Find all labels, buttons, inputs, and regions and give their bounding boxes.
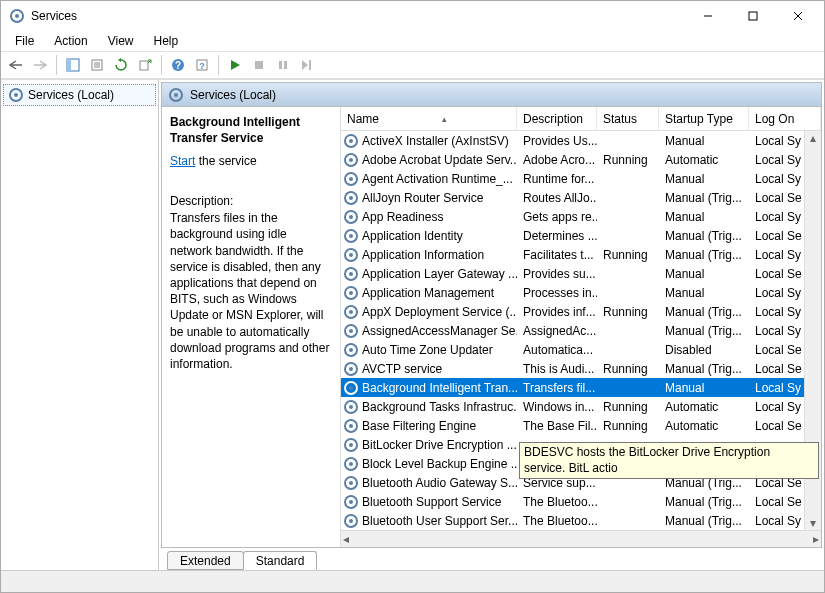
svg-point-36 <box>349 234 353 238</box>
column-header-logon[interactable]: Log On <box>749 107 821 130</box>
tree-root-item[interactable]: Services (Local) <box>3 84 156 106</box>
gear-icon <box>343 361 359 377</box>
cell-name: Base Filtering Engine <box>362 419 476 433</box>
refresh-button[interactable] <box>110 54 132 76</box>
properties-button[interactable] <box>86 54 108 76</box>
close-button[interactable] <box>775 2 820 31</box>
help-topic-button[interactable]: ? <box>191 54 213 76</box>
gear-icon <box>343 285 359 301</box>
minimize-button[interactable] <box>685 2 730 31</box>
table-row[interactable]: Base Filtering EngineThe Base Fil...Runn… <box>341 416 821 435</box>
back-button[interactable] <box>5 54 27 76</box>
table-row[interactable]: AppX Deployment Service (...Provides inf… <box>341 302 821 321</box>
separator <box>161 55 162 75</box>
cell-startup: Manual <box>659 381 749 395</box>
maximize-button[interactable] <box>730 2 775 31</box>
panel-wrap: Services (Local) Background Intelligent … <box>159 80 824 570</box>
detail-pane: Background Intelligent Transfer Service … <box>162 107 340 547</box>
stop-service-button[interactable] <box>248 54 270 76</box>
menu-help[interactable]: Help <box>144 32 189 50</box>
forward-button[interactable] <box>29 54 51 76</box>
restart-service-button[interactable] <box>296 54 318 76</box>
gear-icon <box>343 475 359 491</box>
tab-extended[interactable]: Extended <box>167 551 244 570</box>
column-header-status[interactable]: Status <box>597 107 659 130</box>
table-row[interactable]: Application IdentityDetermines ...Manual… <box>341 226 821 245</box>
help-button[interactable]: ? <box>167 54 189 76</box>
svg-point-28 <box>349 158 353 162</box>
svg-point-34 <box>349 215 353 219</box>
cell-description: The Bluetoo... <box>517 495 597 509</box>
cell-startup: Automatic <box>659 153 749 167</box>
table-row[interactable]: Bluetooth Support ServiceThe Bluetoo...M… <box>341 492 821 511</box>
body: Services (Local) Services (Local) Backgr… <box>1 79 824 570</box>
table-row[interactable]: AllJoyn Router ServiceRoutes AllJo...Man… <box>341 188 821 207</box>
gear-icon <box>343 152 359 168</box>
cell-status: Running <box>597 419 659 433</box>
cell-startup: Manual <box>659 134 749 148</box>
cell-name: App Readiness <box>362 210 443 224</box>
table-row[interactable]: Agent Activation Runtime_...Runtime for.… <box>341 169 821 188</box>
cell-startup: Manual <box>659 210 749 224</box>
app-icon <box>9 8 25 24</box>
svg-rect-20 <box>309 60 311 70</box>
table-row[interactable]: Application InformationFacilitates t...R… <box>341 245 821 264</box>
menu-action[interactable]: Action <box>44 32 97 50</box>
table-row[interactable]: Auto Time Zone UpdaterAutomatica...Disab… <box>341 340 821 359</box>
gear-icon <box>343 247 359 263</box>
pause-service-button[interactable] <box>272 54 294 76</box>
cell-description: Adobe Acro... <box>517 153 597 167</box>
cell-description: Routes AllJo... <box>517 191 597 205</box>
svg-point-32 <box>349 196 353 200</box>
cell-name: Adobe Acrobat Update Serv... <box>362 153 517 167</box>
cell-name: AssignedAccessManager Se... <box>362 324 517 338</box>
tab-standard[interactable]: Standard <box>243 551 318 570</box>
cell-name: AppX Deployment Service (... <box>362 305 517 319</box>
table-row[interactable]: Background Intelligent Tran...Transfers … <box>341 378 821 397</box>
scroll-down-icon: ▾ <box>810 516 816 530</box>
table-row[interactable]: Application Layer Gateway ...Provides su… <box>341 264 821 283</box>
tooltip: BDESVC hosts the BitLocker Drive Encrypt… <box>519 442 819 479</box>
table-row[interactable]: Background Tasks Infrastruc...Windows in… <box>341 397 821 416</box>
cell-status: Running <box>597 400 659 414</box>
table-row[interactable]: AssignedAccessManager Se...AssignedAc...… <box>341 321 821 340</box>
svg-rect-7 <box>67 59 71 71</box>
svg-point-66 <box>349 519 353 523</box>
cell-name: Application Layer Gateway ... <box>362 267 517 281</box>
cell-description: The Base Fil... <box>517 419 597 433</box>
column-header-description[interactable]: Description <box>517 107 597 130</box>
table-row[interactable]: App ReadinessGets apps re...ManualLocal … <box>341 207 821 226</box>
start-service-button[interactable] <box>224 54 246 76</box>
list-pane: Name▴ Description Status Startup Type Lo… <box>340 107 821 547</box>
cell-status: Running <box>597 305 659 319</box>
gear-icon <box>343 228 359 244</box>
description-text: Transfers files in the background using … <box>170 210 330 372</box>
menu-view[interactable]: View <box>98 32 144 50</box>
gear-icon <box>343 437 359 453</box>
cell-name: Block Level Backup Engine ... <box>362 457 517 471</box>
cell-startup: Manual (Trig... <box>659 229 749 243</box>
export-list-button[interactable] <box>134 54 156 76</box>
menu-file[interactable]: File <box>5 32 44 50</box>
gear-icon <box>8 87 24 103</box>
separator <box>56 55 57 75</box>
start-suffix: the service <box>195 154 256 168</box>
horizontal-scrollbar[interactable]: ◂▸ <box>341 530 821 547</box>
table-row[interactable]: Bluetooth User Support Ser...The Bluetoo… <box>341 511 821 530</box>
gear-icon <box>343 342 359 358</box>
table-row[interactable]: AVCTP serviceThis is Audi...RunningManua… <box>341 359 821 378</box>
cell-description: Automatica... <box>517 343 597 357</box>
gear-icon <box>343 304 359 320</box>
table-row[interactable]: ActiveX Installer (AxInstSV)Provides Us.… <box>341 131 821 150</box>
column-header-name[interactable]: Name▴ <box>341 107 517 130</box>
table-row[interactable]: Adobe Acrobat Update Serv...Adobe Acro..… <box>341 150 821 169</box>
cell-description: Runtime for... <box>517 172 597 186</box>
cell-description: Determines ... <box>517 229 597 243</box>
table-row[interactable]: Application ManagementProcesses in...Man… <box>341 283 821 302</box>
show-hide-tree-button[interactable] <box>62 54 84 76</box>
column-header-startup[interactable]: Startup Type <box>659 107 749 130</box>
start-service-link[interactable]: Start <box>170 154 195 168</box>
statusbar <box>1 570 824 592</box>
svg-rect-17 <box>255 61 263 69</box>
svg-point-42 <box>349 291 353 295</box>
